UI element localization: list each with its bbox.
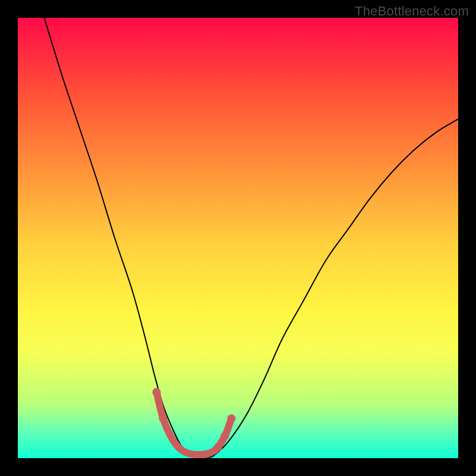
bottleneck-chart (18, 18, 458, 458)
highlight-dot (221, 432, 229, 440)
highlight-dot (152, 388, 161, 396)
watermark-text: TheBottleneck.com (355, 4, 469, 19)
highlight-dot (214, 443, 223, 452)
bottleneck-curve (44, 18, 458, 459)
highlight-dot (159, 414, 167, 422)
highlight-dot (227, 414, 236, 422)
